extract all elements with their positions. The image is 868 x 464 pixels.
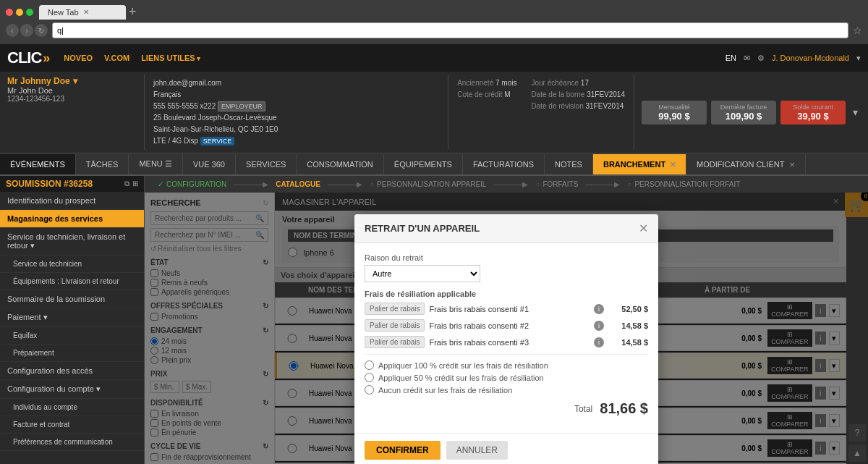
nav-noveo[interactable]: NOVEO bbox=[64, 54, 93, 62]
user-subname: Mr John Doe bbox=[7, 86, 137, 95]
user-dropdown-icon[interactable]: ▾ bbox=[856, 54, 861, 63]
tab-taches[interactable]: TÂCHES bbox=[76, 154, 129, 174]
modal-body: Raison du retrait Autre Bris Perte Vol F… bbox=[354, 243, 658, 433]
user-title[interactable]: Mr Johnny Doe ▾ bbox=[7, 76, 137, 86]
gear-icon[interactable]: ⚙ bbox=[757, 54, 765, 63]
tab-modification-client[interactable]: MODIFICATION CLIENT✕ bbox=[686, 154, 805, 174]
credit-aucun[interactable]: Aucun crédit sur les frais de résiliatio… bbox=[365, 385, 648, 395]
tab-notes[interactable]: NOTES bbox=[545, 154, 593, 174]
modal-title: RETRAIT D'UN APPAREIL bbox=[365, 223, 480, 234]
modal-header: RETRAIT D'UN APPAREIL ✕ bbox=[354, 214, 658, 243]
prog-arrow-2: ————▶ bbox=[328, 180, 362, 188]
prog-step-perso-forfait[interactable]: ○ PERSONNALISATION FORFAIT bbox=[621, 179, 746, 190]
tab-facturations[interactable]: FACTURATIONS bbox=[463, 154, 545, 174]
tab-services[interactable]: SERVICES bbox=[236, 154, 297, 174]
confirm-button[interactable]: CONFIRMER bbox=[365, 441, 441, 460]
sidebar: SOUMISSION #36258 ⧉ ⊞ Identification du … bbox=[0, 176, 145, 464]
credit-100[interactable]: Appliquer 100 % crédit sur les frais de … bbox=[365, 360, 648, 370]
sidebar-item-sommaire[interactable]: Sommaire de la soumission bbox=[0, 290, 144, 308]
cancel-button[interactable]: ANNULER bbox=[446, 441, 508, 460]
top-nav: NOVEO V.COM LIENS UTILES bbox=[64, 54, 200, 62]
tab-title: New Tab bbox=[48, 8, 79, 17]
credit-options: Appliquer 100 % crédit sur les frais de … bbox=[365, 360, 648, 395]
raison-label: Raison du retrait bbox=[365, 253, 648, 262]
back-btn[interactable]: ‹ bbox=[6, 24, 19, 37]
employer-badge: EMPLOYEUR bbox=[218, 101, 266, 111]
raison-select[interactable]: Autre Bris Perte Vol bbox=[365, 265, 480, 282]
user-bar: Mr Johnny Doe ▾ Mr John Doe 1234-123456-… bbox=[0, 72, 868, 153]
tab-evenements[interactable]: ÉVÉNEMENTS bbox=[0, 154, 76, 174]
window-close[interactable] bbox=[6, 9, 13, 16]
main-tabs: ÉVÉNEMENTS TÂCHES MENU ☰ VUE 360 SERVICE… bbox=[0, 153, 868, 176]
financial-cards: Mensualité 99,90 $ Dernière facture 109,… bbox=[634, 75, 868, 150]
nav-vcom[interactable]: V.COM bbox=[104, 54, 129, 62]
modal-overlay: RETRAIT D'UN APPAREIL ✕ Raison du retrai… bbox=[145, 193, 868, 464]
tab-equipements[interactable]: ÉQUIPEMENTS bbox=[384, 154, 463, 174]
top-bar: CLIC» NOVEO V.COM LIENS UTILES EN ✉ ⚙ J.… bbox=[0, 44, 868, 72]
mensualite-card: Mensualité 99,90 $ bbox=[642, 101, 707, 125]
service-badge: SERVICE bbox=[200, 137, 234, 145]
sidebar-item-facture[interactable]: Facture et contrat bbox=[0, 416, 144, 434]
sidebar-expand-icon[interactable]: ⊞ bbox=[132, 180, 138, 188]
sidebar-item-config-acces[interactable]: Configuration des accès bbox=[0, 362, 144, 380]
branchement-close-icon[interactable]: ✕ bbox=[670, 161, 676, 169]
credit-50[interactable]: Appliquer 50 % crédit sur les frais de r… bbox=[365, 373, 648, 382]
palier-info-1[interactable]: i bbox=[594, 304, 604, 314]
browser-tab[interactable]: New Tab ✕ bbox=[39, 5, 126, 20]
content-area: SOUMISSION #36258 ⧉ ⊞ Identification du … bbox=[0, 176, 868, 464]
palier-row-2: Palier de rabais Frais bris rabais conse… bbox=[365, 319, 648, 332]
sidebar-item-prepaiement[interactable]: Prépaiement bbox=[0, 345, 144, 362]
user-dropdown-arrow[interactable]: ▾ bbox=[73, 76, 77, 86]
sidebar-item-service-technicien[interactable]: Service du technicien, livraison et reto… bbox=[0, 228, 144, 256]
product-area: MAGASINER L'APPAREIL ✕ Votre appareil NO… bbox=[275, 193, 846, 464]
nav-liens-utiles[interactable]: LIENS UTILES bbox=[141, 54, 200, 62]
sidebar-item-identification[interactable]: Identification du prospect bbox=[0, 192, 144, 210]
modification-close-icon[interactable]: ✕ bbox=[789, 161, 795, 169]
tab-vue360[interactable]: VUE 360 bbox=[183, 154, 236, 174]
window-maximize[interactable] bbox=[26, 9, 33, 16]
address-bar[interactable] bbox=[52, 22, 848, 38]
prog-step-forfaits[interactable]: ○ FORFAITS bbox=[529, 179, 584, 190]
tab-branchement[interactable]: BRANCHEMENT✕ bbox=[593, 154, 686, 174]
financial-expand-icon[interactable]: ▾ bbox=[850, 104, 861, 121]
lang-selector[interactable]: EN bbox=[726, 54, 736, 62]
tab-close-icon[interactable]: ✕ bbox=[83, 8, 89, 16]
derniere-facture-card: Dernière facture 109,90 $ bbox=[711, 101, 776, 125]
logo: CLIC» bbox=[7, 48, 49, 67]
sidebar-item-config-compte[interactable]: Configuration du compte bbox=[0, 380, 144, 399]
user-contact: john.doe@gmail.com Français 555 555-5555… bbox=[145, 75, 448, 150]
prog-step-perso-appareil[interactable]: ○ PERSONNALISATION APPAREIL bbox=[364, 179, 492, 190]
envelope-icon[interactable]: ✉ bbox=[744, 54, 750, 63]
total-row: Total 81,66 $ bbox=[365, 400, 648, 417]
modal-close-btn[interactable]: ✕ bbox=[639, 222, 648, 235]
palier-info-2[interactable]: i bbox=[594, 321, 604, 331]
sidebar-item-paiement[interactable]: Paiement bbox=[0, 308, 144, 327]
sidebar-item-service-sub[interactable]: Service du technicien bbox=[0, 256, 144, 273]
tab-menu[interactable]: MENU ☰ bbox=[129, 153, 182, 174]
window-minimize[interactable] bbox=[16, 9, 23, 16]
prog-step-catalogue[interactable]: CATALOGUE bbox=[270, 179, 326, 190]
modal-retrait: RETRAIT D'UN APPAREIL ✕ Raison du retrai… bbox=[354, 214, 658, 464]
user-stats: Ancienneté 7 mois Cote de crédit M Jour … bbox=[448, 75, 634, 150]
sidebar-item-equipements[interactable]: Équipements : Livraison et retour bbox=[0, 273, 144, 290]
sidebar-header: SOUMISSION #36258 ⧉ ⊞ bbox=[0, 176, 144, 192]
bookmark-icon[interactable]: ☆ bbox=[853, 25, 862, 36]
user-menu[interactable]: J. Donovan-Mcdonald bbox=[772, 54, 849, 62]
palier-row-1: Palier de rabais Frais bris rabais conse… bbox=[365, 303, 648, 315]
prog-arrow-4: ————▶ bbox=[585, 180, 620, 188]
sidebar-item-preferences[interactable]: Préférences de communication bbox=[0, 434, 144, 451]
sidebar-copy-icon[interactable]: ⧉ bbox=[124, 180, 129, 188]
frais-title: Frais de résiliation applicable bbox=[365, 290, 648, 298]
palier-info-3[interactable]: i bbox=[594, 337, 604, 347]
palier-row-3: Palier de rabais Frais bris rabais conse… bbox=[365, 336, 648, 348]
sidebar-item-equifax[interactable]: Equifax bbox=[0, 327, 144, 345]
progress-bar: ✓ CONFIGURATION ————▶ CATALOGUE ————▶ ○ … bbox=[145, 176, 868, 193]
prog-arrow-1: ————▶ bbox=[234, 180, 268, 188]
sidebar-item-individus[interactable]: Individus au compte bbox=[0, 399, 144, 416]
tab-consommation[interactable]: CONSOMMATION bbox=[297, 154, 383, 174]
refresh-btn[interactable]: ↻ bbox=[35, 24, 48, 37]
user-info: Mr Johnny Doe ▾ Mr John Doe 1234-123456-… bbox=[0, 75, 145, 150]
sidebar-item-magasinage[interactable]: Magasinage des services bbox=[0, 210, 144, 228]
prog-step-config[interactable]: ✓ CONFIGURATION bbox=[152, 179, 232, 190]
forward-btn[interactable]: › bbox=[20, 24, 33, 37]
